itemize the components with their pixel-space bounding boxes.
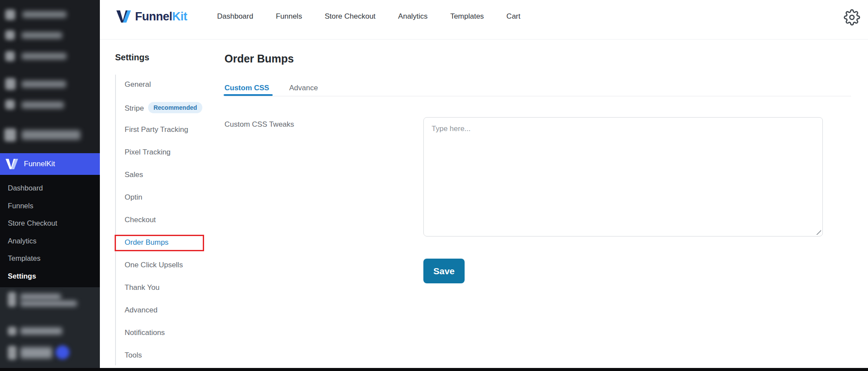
settings-menu: General StripeRecommended First Party Tr… [125,80,216,371]
settings-item-sales[interactable]: Sales [125,171,216,179]
settings-item-advanced[interactable]: Advanced [125,306,216,315]
redacted-menu-label [23,11,66,18]
tab-bar: Custom CSS Advance [224,84,318,92]
settings-menu-rule [115,75,116,365]
funnelkit-header: FunnelKit Dashboard Funnels Store Checko… [100,0,868,39]
window-bottom-edge [0,368,868,371]
redacted-menu-icon [5,10,15,20]
redacted-menu-label [20,347,52,358]
settings-item-general[interactable]: General [125,80,216,89]
redacted-menu-label [20,301,77,306]
redacted-menu-icon [5,100,15,109]
active-tab-underline [224,94,273,96]
sidebar-item-funnelkit[interactable]: FunnelKit [0,153,100,175]
redacted-menu-label [22,32,62,39]
funnelkit-settings-page: FunnelKit Dashboard Funnels Store Checko… [0,0,868,371]
settings-item-notifications[interactable]: Notifications [125,328,216,337]
redacted-menu-label [22,102,64,108]
nav-item-dashboard[interactable]: Dashboard [217,12,253,21]
sidebar-item-templates[interactable]: Templates [0,250,100,267]
wp-admin-menu-redacted-bottom [0,287,100,368]
funnelkit-logo-icon [116,10,132,23]
recommended-badge: Recommended [148,102,202,113]
header-nav: Dashboard Funnels Store Checkout Analyti… [217,12,520,21]
redacted-menu-icon [8,346,17,360]
redacted-menu-label [22,53,66,59]
sidebar-item-dashboard[interactable]: Dashboard [0,179,100,197]
sidebar-funnelkit-section: FunnelKit Dashboard Funnels Store Checko… [0,153,100,287]
redacted-menu-icon [5,51,15,61]
funnelkit-logo-text: FunnelKit [135,10,187,23]
funnelkit-logo-icon [5,158,19,170]
sidebar-item-analytics[interactable]: Analytics [0,232,100,250]
nav-item-store-checkout[interactable]: Store Checkout [325,12,376,21]
redacted-menu-label [22,130,80,140]
redacted-menu-label [22,81,66,88]
wp-admin-sidebar: FunnelKit Dashboard Funnels Store Checko… [0,0,100,371]
nav-item-templates[interactable]: Templates [450,12,484,21]
sidebar-item-funnels[interactable]: Funnels [0,197,100,215]
redacted-menu-icon [5,78,16,90]
settings-item-tools[interactable]: Tools [125,351,216,360]
nav-item-funnels[interactable]: Funnels [276,12,302,21]
tab-divider [224,96,851,96]
settings-item-stripe[interactable]: StripeRecommended [125,103,216,112]
settings-heading: Settings [115,53,149,62]
nav-item-cart[interactable]: Cart [506,12,520,21]
custom-css-textarea[interactable] [423,117,823,236]
redacted-menu-label [20,294,61,300]
sidebar-item-settings[interactable]: Settings [0,267,100,285]
settings-item-checkout[interactable]: Checkout [125,216,216,224]
redacted-menu-icon [8,327,17,335]
save-button[interactable]: Save [423,259,465,283]
redacted-menu-icon [5,30,15,40]
tab-custom-css[interactable]: Custom CSS [224,84,269,92]
custom-css-tweaks-label: Custom CSS Tweaks [224,120,294,129]
settings-item-order-bumps[interactable]: Order Bumps [125,238,216,247]
settings-item-thank-you[interactable]: Thank You [125,283,216,292]
sidebar-funnelkit-label: FunnelKit [24,160,55,168]
settings-item-pixel-tracking[interactable]: Pixel Tracking [125,148,216,157]
funnelkit-logo[interactable]: FunnelKit [116,10,187,23]
settings-gear-icon[interactable] [843,8,861,26]
settings-item-one-click-upsells[interactable]: One Click Upsells [125,261,216,269]
sidebar-item-store-checkout[interactable]: Store Checkout [0,214,100,232]
redacted-menu-label [20,328,62,335]
redacted-menu-icon [8,292,16,307]
page-title: Order Bumps [224,53,294,65]
notification-count-badge [56,345,69,359]
settings-item-first-party-tracking[interactable]: First Party Tracking [125,125,216,134]
wp-admin-menu-redacted [0,0,100,153]
settings-item-optin[interactable]: Optin [125,193,216,202]
custom-css-field [423,117,823,236]
redacted-menu-icon [4,128,16,141]
sidebar-funnelkit-submenu: Dashboard Funnels Store Checkout Analyti… [0,179,100,285]
nav-item-analytics[interactable]: Analytics [398,12,428,21]
tab-advance[interactable]: Advance [289,84,318,92]
